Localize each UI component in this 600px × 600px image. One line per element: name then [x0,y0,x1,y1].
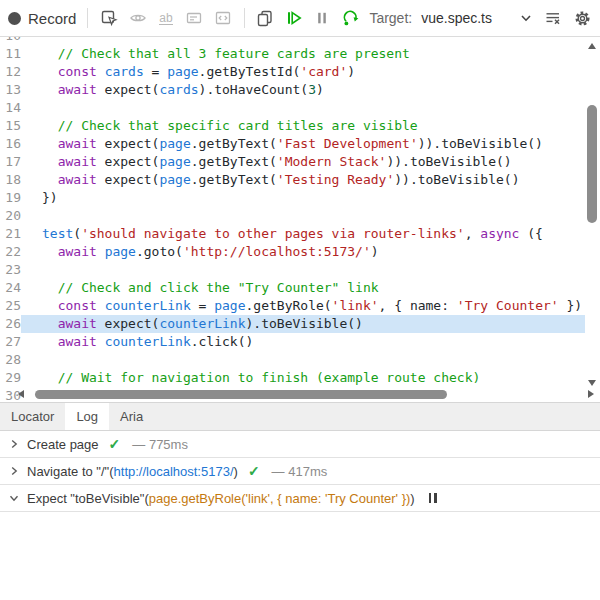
resume-play-icon[interactable] [284,8,303,28]
horizontal-scroll-thumb[interactable] [35,390,447,399]
tab-aria[interactable]: Aria [109,403,154,430]
chevron-down-icon [518,10,534,26]
code-line: 27 await counterLink.click() [0,333,585,351]
code-line: 13 await expect(cards).toHaveCount(3) [0,81,585,99]
running-pause-icon [429,493,437,503]
code-line: 29 // Wait for navigation to finish (exa… [0,369,585,387]
log-text: ) [410,491,414,506]
line-number: 15 [0,117,21,135]
code-editor: 1011 // Check that all 3 feature cards a… [0,37,600,402]
record-label: Record [28,10,76,27]
line-number: 25 [0,297,21,315]
line-number: 19 [0,189,21,207]
vertical-scrollbar[interactable] [586,39,599,388]
duration: — 775ms [132,437,188,452]
log-text: Expect "toBeVisible"( [27,491,149,506]
log-locator: page.getByRole('link', { name: 'Try Coun… [149,491,411,506]
chevron-right-icon [9,466,19,476]
code-line: 23 [0,261,585,279]
line-number: 22 [0,243,21,261]
assert-snapshot-icon[interactable] [213,8,232,28]
code-line: 24 // Check and click the "Try Counter" … [0,279,585,297]
line-number: 14 [0,99,21,117]
copy-icon[interactable] [256,8,275,28]
assert-visibility-eye-icon[interactable] [128,8,147,28]
code-line: 25 const counterLink = page.getByRole('l… [0,297,585,315]
scroll-right-arrow[interactable] [588,390,594,398]
toolbar: Record ab [0,0,600,37]
clear-log-icon[interactable] [543,8,563,28]
record-button[interactable]: Record [8,10,76,27]
check-icon: ✓ [248,463,260,479]
log-entry[interactable]: Navigate to "/"(http://localhost:5173/)✓… [0,458,600,485]
line-number: 27 [0,333,21,351]
step-over-icon[interactable] [341,8,360,28]
line-number: 13 [0,81,21,99]
code-line: 20 [0,207,585,225]
check-icon: ✓ [109,436,121,452]
assert-value-icon[interactable] [185,8,204,28]
log-text: Navigate to "/"( [27,464,114,479]
pick-locator-icon[interactable] [99,8,118,28]
code-line: 19}) [0,189,585,207]
settings-gear-icon[interactable] [572,8,592,28]
scroll-left-arrow[interactable] [18,390,24,398]
log-entry[interactable]: Create page✓— 775ms [0,431,600,458]
assert-text-icon[interactable]: ab [156,8,175,28]
code-line: 18 await expect(page.getByText('Testing … [0,171,585,189]
tab-locator[interactable]: Locator [0,403,65,430]
duration: — 417ms [272,464,328,479]
code-line: 17 await expect(page.getByText('Modern S… [0,153,585,171]
code-line: 15 // Check that specific card titles ar… [0,117,585,135]
record-dot-icon [8,12,21,25]
line-number: 26 [0,315,21,333]
code-line: 10 [0,37,585,45]
line-number: 28 [0,351,21,369]
tab-log[interactable]: Log [65,403,109,430]
line-number: 24 [0,279,21,297]
code-line: 26 await expect(counterLink).toBeVisible… [0,315,585,333]
code-line: 14 [0,99,585,117]
scroll-up-arrow[interactable] [588,43,596,49]
line-number: 12 [0,63,21,81]
line-number: 17 [0,153,21,171]
line-number: 18 [0,171,21,189]
line-number: 10 [0,37,21,45]
code-lines: 1011 // Check that all 3 feature cards a… [0,37,600,402]
chevron-right-icon [9,439,19,449]
active-line: await expect(counterLink).toBeVisible() [21,315,585,333]
code-line: 28 [0,351,585,369]
target-label: Target: [369,10,412,26]
vertical-scroll-thumb[interactable] [587,105,597,223]
log-entries: Create page✓— 775msNavigate to "/"(http:… [0,431,600,512]
target-select[interactable]: vue.spec.ts [421,10,534,26]
log-text: Create page [27,437,99,452]
code-line: 11 // Check that all 3 feature cards are… [0,45,585,63]
line-number: 11 [0,45,21,63]
chevron-down-icon [9,493,19,503]
line-number: 21 [0,225,21,243]
line-number: 20 [0,207,21,225]
line-number: 16 [0,135,21,153]
panel-tabbar: LocatorLogAria [0,402,600,431]
code-line: 12 const cards = page.getByTestId('card'… [0,63,585,81]
log-text: ) [234,464,238,479]
pause-icon[interactable] [312,8,331,28]
target-value: vue.spec.ts [421,10,492,26]
scroll-down-arrow[interactable] [588,380,596,386]
code-line: 16 await expect(page.getByText('Fast Dev… [0,135,585,153]
code-line: 22 await page.goto('http://localhost:517… [0,243,585,261]
line-number: 29 [0,369,21,387]
toolbar-separator [87,8,88,28]
toolbar-separator [244,8,245,28]
log-entry[interactable]: Expect "toBeVisible"(page.getByRole('lin… [0,485,600,512]
horizontal-scrollbar[interactable] [26,389,584,400]
log-link[interactable]: http://localhost:5173/ [114,464,234,479]
code-line: 21test('should navigate to other pages v… [0,225,585,243]
line-number: 23 [0,261,21,279]
